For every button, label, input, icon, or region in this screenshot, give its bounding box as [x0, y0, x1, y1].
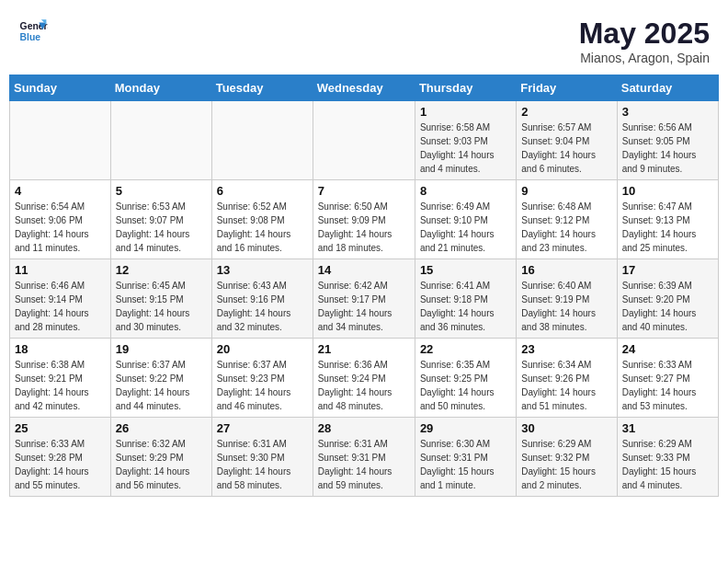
logo-icon: General Blue: [18, 17, 48, 46]
day-info: Sunrise: 6:33 AM Sunset: 9:28 PM Dayligh…: [15, 437, 106, 492]
day-info: Sunrise: 6:45 AM Sunset: 9:15 PM Dayligh…: [116, 279, 207, 334]
calendar-cell: 5Sunrise: 6:53 AM Sunset: 9:07 PM Daylig…: [110, 180, 211, 259]
day-info: Sunrise: 6:37 AM Sunset: 9:23 PM Dayligh…: [217, 358, 308, 413]
day-info: Sunrise: 6:29 AM Sunset: 9:32 PM Dayligh…: [521, 437, 611, 492]
day-info: Sunrise: 6:31 AM Sunset: 9:30 PM Dayligh…: [217, 437, 308, 492]
day-number: 30: [521, 421, 611, 435]
day-number: 17: [622, 263, 713, 277]
column-header-sunday: Sunday: [10, 75, 111, 101]
day-number: 24: [622, 342, 713, 356]
day-number: 10: [622, 184, 713, 198]
day-info: Sunrise: 6:32 AM Sunset: 9:29 PM Dayligh…: [116, 437, 207, 492]
column-header-thursday: Thursday: [415, 75, 516, 101]
calendar-cell: 23Sunrise: 6:34 AM Sunset: 9:26 PM Dayli…: [517, 339, 617, 418]
calendar-cell: 22Sunrise: 6:35 AM Sunset: 9:25 PM Dayli…: [415, 339, 516, 418]
calendar-cell: 16Sunrise: 6:40 AM Sunset: 9:19 PM Dayli…: [517, 259, 617, 339]
calendar-cell: 2Sunrise: 6:57 AM Sunset: 9:04 PM Daylig…: [517, 101, 617, 180]
calendar-cell: 21Sunrise: 6:36 AM Sunset: 9:24 PM Dayli…: [313, 339, 415, 418]
day-number: 19: [116, 342, 207, 356]
page-header: General Blue May 2025 Mianos, Aragon, Sp…: [9, 9, 719, 69]
day-number: 12: [116, 263, 207, 277]
day-number: 4: [15, 184, 106, 198]
column-header-tuesday: Tuesday: [211, 75, 313, 101]
day-number: 27: [217, 421, 308, 435]
calendar-week-2: 4Sunrise: 6:54 AM Sunset: 9:06 PM Daylig…: [10, 180, 719, 259]
day-info: Sunrise: 6:56 AM Sunset: 9:05 PM Dayligh…: [622, 121, 713, 176]
day-info: Sunrise: 6:40 AM Sunset: 9:19 PM Dayligh…: [521, 279, 611, 334]
column-header-friday: Friday: [517, 75, 617, 101]
day-info: Sunrise: 6:52 AM Sunset: 9:08 PM Dayligh…: [217, 200, 308, 255]
calendar-cell: [10, 101, 111, 180]
day-info: Sunrise: 6:43 AM Sunset: 9:16 PM Dayligh…: [217, 279, 308, 334]
day-info: Sunrise: 6:37 AM Sunset: 9:22 PM Dayligh…: [116, 358, 207, 413]
calendar-cell: [110, 101, 211, 180]
calendar-cell: 25Sunrise: 6:33 AM Sunset: 9:28 PM Dayli…: [10, 418, 111, 497]
calendar-cell: 7Sunrise: 6:50 AM Sunset: 9:09 PM Daylig…: [313, 180, 415, 259]
day-info: Sunrise: 6:42 AM Sunset: 9:17 PM Dayligh…: [318, 279, 410, 334]
day-number: 6: [217, 184, 308, 198]
calendar-cell: 11Sunrise: 6:46 AM Sunset: 9:14 PM Dayli…: [10, 259, 111, 339]
subtitle: Mianos, Aragon, Spain: [579, 51, 710, 65]
day-number: 14: [318, 263, 410, 277]
calendar-cell: 31Sunrise: 6:29 AM Sunset: 9:33 PM Dayli…: [617, 418, 718, 497]
calendar-cell: 26Sunrise: 6:32 AM Sunset: 9:29 PM Dayli…: [110, 418, 211, 497]
calendar-cell: 19Sunrise: 6:37 AM Sunset: 9:22 PM Dayli…: [110, 339, 211, 418]
calendar-cell: 30Sunrise: 6:29 AM Sunset: 9:32 PM Dayli…: [517, 418, 617, 497]
day-number: 11: [15, 263, 106, 277]
day-info: Sunrise: 6:47 AM Sunset: 9:13 PM Dayligh…: [622, 200, 713, 255]
day-number: 2: [521, 105, 611, 119]
calendar-cell: 29Sunrise: 6:30 AM Sunset: 9:31 PM Dayli…: [415, 418, 516, 497]
day-info: Sunrise: 6:34 AM Sunset: 9:26 PM Dayligh…: [521, 358, 611, 413]
day-number: 21: [318, 342, 410, 356]
day-info: Sunrise: 6:41 AM Sunset: 9:18 PM Dayligh…: [420, 279, 511, 334]
main-title: May 2025: [579, 17, 710, 51]
day-info: Sunrise: 6:39 AM Sunset: 9:20 PM Dayligh…: [622, 279, 713, 334]
day-number: 3: [622, 105, 713, 119]
calendar-cell: 8Sunrise: 6:49 AM Sunset: 9:10 PM Daylig…: [415, 180, 516, 259]
calendar-cell: 4Sunrise: 6:54 AM Sunset: 9:06 PM Daylig…: [10, 180, 111, 259]
day-number: 15: [420, 263, 511, 277]
calendar-cell: 17Sunrise: 6:39 AM Sunset: 9:20 PM Dayli…: [617, 259, 718, 339]
title-area: May 2025 Mianos, Aragon, Spain: [579, 17, 710, 65]
calendar-week-4: 18Sunrise: 6:38 AM Sunset: 9:21 PM Dayli…: [10, 339, 719, 418]
calendar-cell: 12Sunrise: 6:45 AM Sunset: 9:15 PM Dayli…: [110, 259, 211, 339]
calendar-cell: [313, 101, 415, 180]
day-number: 20: [217, 342, 308, 356]
day-info: Sunrise: 6:33 AM Sunset: 9:27 PM Dayligh…: [622, 358, 713, 413]
day-number: 16: [521, 263, 611, 277]
calendar-cell: 14Sunrise: 6:42 AM Sunset: 9:17 PM Dayli…: [313, 259, 415, 339]
calendar-table: SundayMondayTuesdayWednesdayThursdayFrid…: [9, 75, 719, 497]
day-number: 31: [622, 421, 713, 435]
day-info: Sunrise: 6:57 AM Sunset: 9:04 PM Dayligh…: [521, 121, 611, 176]
day-number: 13: [217, 263, 308, 277]
day-info: Sunrise: 6:38 AM Sunset: 9:21 PM Dayligh…: [15, 358, 106, 413]
day-info: Sunrise: 6:49 AM Sunset: 9:10 PM Dayligh…: [420, 200, 511, 255]
day-number: 28: [318, 421, 410, 435]
day-number: 18: [15, 342, 106, 356]
calendar-cell: 18Sunrise: 6:38 AM Sunset: 9:21 PM Dayli…: [10, 339, 111, 418]
day-number: 23: [521, 342, 611, 356]
calendar-cell: 10Sunrise: 6:47 AM Sunset: 9:13 PM Dayli…: [617, 180, 718, 259]
calendar-cell: [211, 101, 313, 180]
calendar-cell: 6Sunrise: 6:52 AM Sunset: 9:08 PM Daylig…: [211, 180, 313, 259]
calendar-cell: 1Sunrise: 6:58 AM Sunset: 9:03 PM Daylig…: [415, 101, 516, 180]
day-info: Sunrise: 6:31 AM Sunset: 9:31 PM Dayligh…: [318, 437, 410, 492]
day-number: 22: [420, 342, 511, 356]
calendar-cell: 20Sunrise: 6:37 AM Sunset: 9:23 PM Dayli…: [211, 339, 313, 418]
calendar-cell: 13Sunrise: 6:43 AM Sunset: 9:16 PM Dayli…: [211, 259, 313, 339]
calendar-cell: 24Sunrise: 6:33 AM Sunset: 9:27 PM Dayli…: [617, 339, 718, 418]
day-info: Sunrise: 6:30 AM Sunset: 9:31 PM Dayligh…: [420, 437, 511, 492]
day-info: Sunrise: 6:35 AM Sunset: 9:25 PM Dayligh…: [420, 358, 511, 413]
day-number: 9: [521, 184, 611, 198]
day-info: Sunrise: 6:53 AM Sunset: 9:07 PM Dayligh…: [116, 200, 207, 255]
day-info: Sunrise: 6:29 AM Sunset: 9:33 PM Dayligh…: [622, 437, 713, 492]
day-number: 25: [15, 421, 106, 435]
day-info: Sunrise: 6:54 AM Sunset: 9:06 PM Dayligh…: [15, 200, 106, 255]
calendar-cell: 3Sunrise: 6:56 AM Sunset: 9:05 PM Daylig…: [617, 101, 718, 180]
day-info: Sunrise: 6:46 AM Sunset: 9:14 PM Dayligh…: [15, 279, 106, 334]
calendar-week-1: 1Sunrise: 6:58 AM Sunset: 9:03 PM Daylig…: [10, 101, 719, 180]
svg-text:Blue: Blue: [20, 32, 41, 42]
column-header-wednesday: Wednesday: [313, 75, 415, 101]
calendar-cell: 27Sunrise: 6:31 AM Sunset: 9:30 PM Dayli…: [211, 418, 313, 497]
day-info: Sunrise: 6:48 AM Sunset: 9:12 PM Dayligh…: [521, 200, 611, 255]
